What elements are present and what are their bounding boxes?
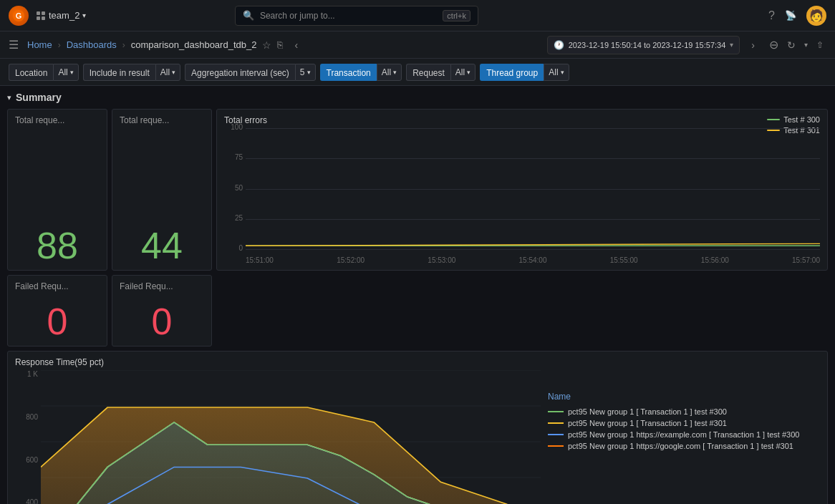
- y-labels: 1 K 800 600 400 200: [15, 370, 38, 504]
- refresh-icon[interactable]: ↻: [784, 38, 798, 52]
- response-legend-title: Name: [548, 392, 820, 402]
- x-label-6: 15:57:00: [792, 256, 820, 264]
- stat-panel-failed-req-2-title: Failed Requ...: [120, 281, 204, 291]
- time-nav-prev: ‹: [291, 38, 301, 52]
- legend-label-300: Test # 300: [783, 115, 820, 124]
- svg-rect-2: [37, 11, 40, 15]
- panels-row-2: Failed Requ... 0 Failed Requ... 0: [7, 275, 828, 346]
- summary-title: Summary: [16, 92, 62, 103]
- panels-row-1: Total reque... 88 Total reque... 44 Tota…: [7, 109, 828, 271]
- filter-request: Request All ▾: [406, 64, 476, 81]
- filter-threadgroup-select[interactable]: All ▾: [544, 64, 569, 81]
- breadcrumb-sep-2: ›: [122, 40, 125, 50]
- search-placeholder: Search or jump to...: [260, 11, 437, 21]
- team-selector[interactable]: team_2 ▾: [36, 10, 86, 21]
- total-errors-title: Total errors: [224, 115, 820, 125]
- filter-threadgroup-label: Thread group: [480, 64, 544, 81]
- search-icon: 🔍: [243, 10, 254, 21]
- avatar[interactable]: 🧑: [806, 6, 826, 26]
- breadcrumb-sep-1: ›: [58, 40, 61, 50]
- stat-panel-failed-req-1-title: Failed Requ...: [15, 281, 100, 291]
- x-label-1: 15:52:00: [337, 256, 365, 264]
- total-errors-svg: [246, 128, 820, 247]
- help-icon[interactable]: ?: [768, 9, 775, 22]
- time-range-text: 2023-12-19 15:50:14 to 2023-12-19 15:57:…: [569, 41, 726, 49]
- filter-aggregation-select[interactable]: 5 ▾: [295, 64, 316, 81]
- menu-icon[interactable]: ☰: [9, 38, 19, 52]
- filter-transaction-label: Transaction: [320, 64, 377, 81]
- star-icon[interactable]: ☆: [262, 39, 271, 51]
- legend-item-300: Test # 300: [767, 115, 820, 124]
- legend-rt-label-2: pct95 New group 1 https://example.com [ …: [568, 430, 799, 439]
- filter-include-label: Include in result: [83, 64, 155, 81]
- main-content: ▾ Summary Total reque... 88 Total reque.…: [0, 86, 835, 504]
- chevron-down-icon-time: ▾: [730, 41, 733, 49]
- filter-location-label: Location: [9, 64, 53, 81]
- global-search[interactable]: 🔍 Search or jump to... ctrl+k: [235, 6, 478, 26]
- x-label-0: 15:51:00: [246, 256, 274, 264]
- filter-bar: Location All ▾ Include in result All ▾ A…: [0, 59, 835, 86]
- filter-threadgroup: Thread group All ▾: [480, 64, 569, 81]
- total-errors-chart-area: 100 75 50 25 0 15:51:00 15:52:00 15:53:0…: [224, 128, 820, 264]
- filter-request-select[interactable]: All ▾: [450, 64, 476, 81]
- team-name: team_2: [49, 10, 79, 21]
- legend-rt-line-0: [548, 411, 564, 412]
- spacer: [216, 275, 828, 346]
- clock-icon: 🕐: [554, 40, 564, 50]
- chevron-down-icon: ▾: [82, 11, 86, 19]
- response-legend: Name pct95 New group 1 [ Transaction 1 ]…: [548, 370, 820, 504]
- stat-panel-total-req-1-title: Total reque...: [15, 115, 100, 125]
- breadcrumb-current: comparison_dashboard_tdb_2: [131, 39, 257, 50]
- chart-x-labels: 15:51:00 15:52:00 15:53:00 15:54:00 15:5…: [246, 256, 820, 264]
- app-logo[interactable]: G: [9, 6, 29, 26]
- stat-panel-total-req-1-value: 88: [15, 227, 100, 264]
- news-icon[interactable]: 📡: [785, 10, 796, 21]
- total-errors-chart: Total errors Test # 300 Test # 301 100 7…: [216, 109, 828, 271]
- response-time-svg: [41, 370, 541, 504]
- legend-line-300: [767, 119, 780, 120]
- share-icon[interactable]: ⎘: [277, 39, 283, 50]
- x-label-2: 15:53:00: [428, 256, 455, 264]
- time-range-selector[interactable]: 🕐 2023-12-19 15:50:14 to 2023-12-19 15:5…: [547, 36, 740, 54]
- time-nav-next: ›: [748, 38, 758, 52]
- filter-request-label: Request: [406, 64, 450, 81]
- svg-text:G: G: [16, 11, 22, 20]
- time-next-icon[interactable]: ›: [748, 38, 758, 52]
- summary-chevron-icon[interactable]: ▾: [7, 93, 11, 102]
- filter-location: Location All ▾: [9, 64, 79, 81]
- grid-line-0: 0: [246, 249, 820, 250]
- stat-panel-failed-req-2-value: 0: [120, 303, 204, 340]
- breadcrumb-bar: ☰ Home › Dashboards › comparison_dashboa…: [0, 32, 835, 59]
- svg-rect-5: [42, 16, 45, 20]
- breadcrumb-dashboards[interactable]: Dashboards: [67, 39, 117, 50]
- collapse-icon[interactable]: ⇧: [814, 39, 826, 52]
- response-chart-svg-container: 1 K 800 600 400 200: [15, 370, 541, 504]
- filter-include-select[interactable]: All ▾: [155, 64, 180, 81]
- zoom-out-icon[interactable]: ⊖: [766, 37, 781, 53]
- filter-transaction-select[interactable]: All ▾: [377, 64, 402, 81]
- filter-include: Include in result All ▾: [83, 64, 180, 81]
- legend-item-rt-2: pct95 New group 1 https://example.com [ …: [548, 430, 820, 439]
- dashboard-icon: [36, 11, 46, 21]
- filter-transaction: Transaction All ▾: [320, 64, 402, 81]
- breadcrumb-home[interactable]: Home: [27, 39, 52, 50]
- search-shortcut: ctrl+k: [443, 10, 470, 21]
- legend-item-rt-0: pct95 New group 1 [ Transaction 1 ] test…: [548, 407, 820, 416]
- svg-rect-3: [42, 11, 45, 15]
- zoom-controls: ⊖ ↻ ▾ ⇧: [766, 37, 826, 53]
- x-label-4: 15:55:00: [610, 256, 638, 264]
- filter-location-select[interactable]: All ▾: [53, 64, 78, 81]
- summary-section-header: ▾ Summary: [7, 92, 828, 103]
- stat-panel-total-req-2-title: Total reque...: [120, 115, 204, 125]
- time-prev-icon[interactable]: ‹: [291, 38, 301, 52]
- legend-item-rt-3: pct95 New group 1 https://google.com [ T…: [548, 442, 820, 450]
- filter-aggregation-label: Aggregation interval (sec): [185, 64, 295, 81]
- legend-rt-line-2: [548, 434, 564, 435]
- stat-panel-total-req-2: Total reque... 44: [112, 109, 212, 271]
- stat-panel-failed-req-2: Failed Requ... 0: [112, 275, 212, 346]
- stat-panel-failed-req-1: Failed Requ... 0: [7, 275, 107, 346]
- stat-panel-total-req-2-value: 44: [120, 227, 204, 264]
- legend-rt-label-0: pct95 New group 1 [ Transaction 1 ] test…: [568, 407, 727, 416]
- legend-item-rt-1: pct95 New group 1 [ Transaction 1 ] test…: [548, 419, 820, 427]
- zoom-options-icon[interactable]: ▾: [801, 39, 811, 50]
